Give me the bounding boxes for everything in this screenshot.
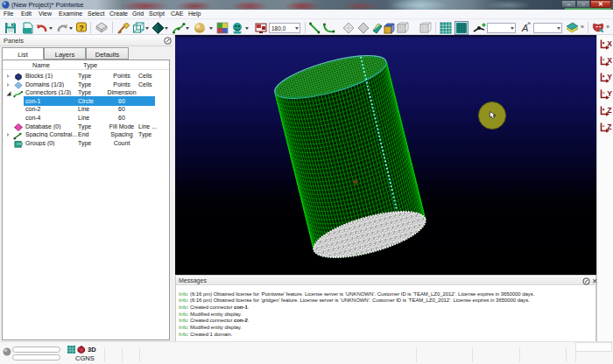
svg-text:Y: Y xyxy=(607,73,612,81)
svg-text:Z: Z xyxy=(607,122,611,131)
svg-text:Y: Y xyxy=(607,89,612,98)
svg-text:X: X xyxy=(607,39,612,48)
svg-text:Z: Z xyxy=(607,106,611,115)
svg-text:?: ? xyxy=(79,24,84,32)
svg-text:X: X xyxy=(607,56,612,65)
